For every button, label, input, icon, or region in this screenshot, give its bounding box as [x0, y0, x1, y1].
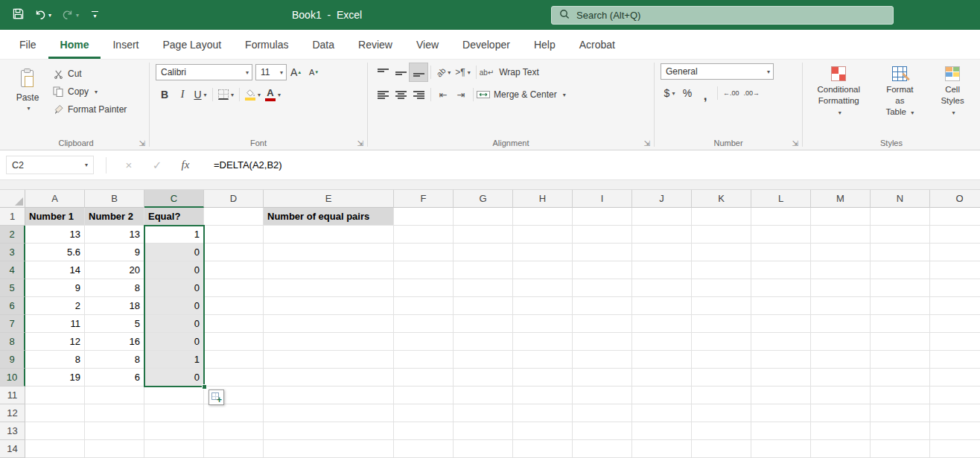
tab-view[interactable]: View [404, 30, 451, 59]
underline-caret[interactable]: ▾ [204, 92, 207, 98]
cell-E7[interactable] [264, 315, 394, 333]
cell-L3[interactable] [751, 244, 811, 261]
merge-center-caret[interactable]: ▾ [563, 92, 566, 98]
undo-button[interactable]: ▾ [31, 6, 55, 25]
row-header-7[interactable]: 7 [0, 315, 25, 333]
cell-H3[interactable] [513, 244, 573, 261]
cell-C6[interactable]: 0 [144, 297, 204, 315]
cell-B14[interactable] [85, 440, 144, 458]
cell-C12[interactable] [144, 404, 204, 422]
cell-O14[interactable] [930, 440, 980, 458]
cell-J10[interactable] [632, 369, 692, 387]
cell-K5[interactable] [692, 279, 751, 297]
cell-L4[interactable] [751, 261, 811, 279]
row-header-9[interactable]: 9 [0, 351, 25, 369]
cell-H1[interactable] [513, 208, 573, 226]
cell-G7[interactable] [454, 315, 513, 333]
cell-G13[interactable] [454, 422, 513, 440]
orientation-caret[interactable]: ▾ [448, 69, 451, 76]
decrease-indent-button[interactable]: ⇤ [434, 86, 452, 104]
cell-N2[interactable] [871, 226, 930, 244]
cell-K2[interactable] [692, 226, 751, 244]
cell-D1[interactable] [204, 208, 264, 226]
text-direction-button[interactable]: >¶▾ [453, 63, 472, 81]
cell-K14[interactable] [692, 440, 751, 458]
name-box[interactable]: C2▾ [6, 156, 94, 174]
cell-L9[interactable] [751, 351, 811, 369]
cell-C11[interactable] [144, 387, 204, 404]
cell-O5[interactable] [930, 279, 980, 297]
cell-L10[interactable] [751, 369, 811, 387]
undo-dropdown-caret[interactable]: ▾ [48, 12, 51, 19]
decrease-font-size-button[interactable]: A▾ [305, 63, 322, 81]
align-right-button[interactable] [410, 86, 427, 104]
column-header-B[interactable]: B [85, 190, 144, 208]
column-header-H[interactable]: H [513, 190, 573, 208]
cell-K12[interactable] [692, 404, 751, 422]
cell-D5[interactable] [204, 279, 264, 297]
bottom-align-button[interactable] [410, 63, 427, 81]
cell-A5[interactable]: 9 [25, 279, 85, 297]
cell-E4[interactable] [264, 261, 394, 279]
cell-A7[interactable]: 11 [25, 315, 85, 333]
cell-L7[interactable] [751, 315, 811, 333]
decrease-decimal-button[interactable]: .00→ [742, 84, 763, 102]
cell-G2[interactable] [454, 226, 513, 244]
row-header-6[interactable]: 6 [0, 297, 25, 315]
paste-button[interactable]: Paste ▾ [9, 66, 46, 112]
cell-F14[interactable] [394, 440, 454, 458]
borders-caret[interactable]: ▾ [231, 92, 234, 98]
cell-L6[interactable] [751, 297, 811, 315]
clipboard-dialog-launcher[interactable]: ⇲ [139, 140, 145, 147]
cell-M2[interactable] [811, 226, 871, 244]
number-format-caret[interactable]: ▾ [767, 69, 770, 75]
cell-O2[interactable] [930, 226, 980, 244]
cell-B11[interactable] [85, 387, 144, 404]
cell-B8[interactable]: 16 [85, 333, 144, 351]
cell-J7[interactable] [632, 315, 692, 333]
cell-N11[interactable] [871, 387, 930, 404]
cell-M1[interactable] [811, 208, 871, 226]
column-header-K[interactable]: K [692, 190, 751, 208]
increase-indent-button[interactable]: ⇥ [452, 86, 470, 104]
tab-developer[interactable]: Developer [451, 30, 522, 59]
cell-N7[interactable] [871, 315, 930, 333]
cell-N1[interactable] [871, 208, 930, 226]
save-button[interactable] [9, 5, 28, 25]
cell-D10[interactable] [204, 369, 264, 387]
italic-button[interactable]: I [174, 86, 191, 104]
cell-E1[interactable]: Number of equal pairs [264, 208, 394, 226]
cell-H2[interactable] [513, 226, 573, 244]
copy-button[interactable]: Copy ▾ [52, 86, 127, 97]
formula-input[interactable]: =DELTA(A2,B2) [214, 159, 282, 171]
font-name-caret[interactable]: ▾ [246, 69, 249, 76]
column-header-D[interactable]: D [204, 190, 264, 208]
cell-O7[interactable] [930, 315, 980, 333]
cell-K1[interactable] [692, 208, 751, 226]
redo-button[interactable]: ▾ [58, 6, 83, 25]
tab-review[interactable]: Review [346, 30, 404, 59]
cell-styles-button[interactable]: CellStyles ▾ [931, 63, 974, 118]
cell-O4[interactable] [930, 261, 980, 279]
cell-C7[interactable]: 0 [144, 315, 204, 333]
cell-J13[interactable] [632, 422, 692, 440]
cell-N8[interactable] [871, 333, 930, 351]
cell-H13[interactable] [513, 422, 573, 440]
cell-K7[interactable] [692, 315, 751, 333]
cell-L12[interactable] [751, 404, 811, 422]
align-center-button[interactable] [392, 86, 410, 104]
row-header-3[interactable]: 3 [0, 244, 25, 261]
cell-C9[interactable]: 1 [144, 351, 204, 369]
cell-I10[interactable] [573, 369, 632, 387]
cell-I4[interactable] [573, 261, 632, 279]
cell-M7[interactable] [811, 315, 871, 333]
cell-B1[interactable]: Number 2 [85, 208, 144, 226]
cell-G1[interactable] [454, 208, 513, 226]
cell-B4[interactable]: 20 [85, 261, 144, 279]
column-header-N[interactable]: N [871, 190, 930, 208]
cell-J8[interactable] [632, 333, 692, 351]
text-direction-caret[interactable]: ▾ [468, 69, 471, 76]
format-painter-button[interactable]: Format Painter [52, 104, 127, 115]
cell-I8[interactable] [573, 333, 632, 351]
cell-A2[interactable]: 13 [25, 226, 85, 244]
